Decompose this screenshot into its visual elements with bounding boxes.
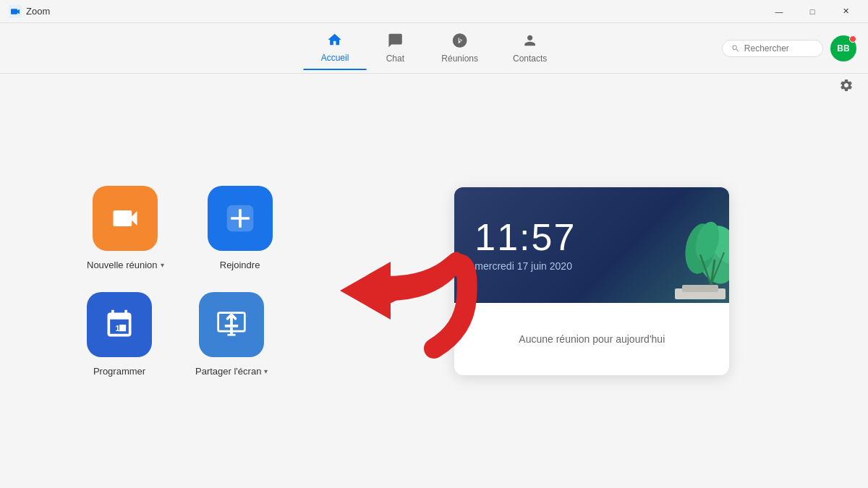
rejoindre-label: Rejoindre — [220, 260, 260, 270]
tab-accueil[interactable]: Accueil — [304, 26, 367, 70]
calendar-header: 11:57 mercredi 17 juin 2020 — [454, 187, 729, 303]
avatar-initials: BB — [837, 43, 849, 53]
right-panel: 11:57 mercredi 17 juin 2020 — [316, 74, 868, 488]
navbar: Accueil Chat Réunions — [0, 23, 868, 74]
rejoindre-button[interactable] — [208, 186, 273, 251]
title-bar: Zoom — □ ✕ — [0, 0, 868, 23]
home-icon — [327, 32, 343, 50]
svg-rect-7 — [230, 327, 233, 333]
window-controls: — □ ✕ — [762, 0, 862, 23]
chat-icon — [387, 33, 403, 51]
avatar-badge — [849, 35, 856, 43]
partager-ecran-item: Partager l'écran ▾ — [195, 292, 268, 377]
svg-rect-6 — [228, 333, 236, 335]
tab-reunions[interactable]: Réunions — [424, 26, 495, 70]
nav-right: BB — [722, 35, 856, 61]
tab-contacts-label: Contacts — [513, 53, 547, 64]
rejoindre-item: Rejoindre — [208, 186, 273, 270]
svg-rect-5 — [225, 325, 238, 328]
close-button[interactable]: ✕ — [829, 0, 862, 23]
app-logo: Zoom — [9, 5, 50, 18]
minimize-button[interactable]: — — [762, 0, 796, 23]
contacts-icon — [522, 33, 538, 51]
search-icon — [731, 43, 740, 53]
action-row-2: 19 Programmer — [87, 292, 268, 377]
partager-ecran-button[interactable] — [199, 292, 264, 357]
zoom-icon — [9, 5, 22, 18]
camera-icon — [109, 202, 141, 234]
tab-chat-label: Chat — [386, 53, 404, 64]
svg-rect-11 — [682, 285, 718, 292]
app-title: Zoom — [26, 6, 50, 17]
tab-contacts[interactable]: Contacts — [495, 26, 564, 70]
tab-reunions-label: Réunions — [441, 53, 478, 64]
search-input[interactable] — [744, 43, 814, 53]
action-row-1: Nouvelle réunion ▾ Rejoindre — [87, 186, 273, 270]
calendar-icon: 19 — [103, 309, 135, 341]
tab-accueil-label: Accueil — [321, 53, 349, 63]
caret-icon: ▾ — [161, 261, 164, 269]
programmer-label: Programmer — [93, 366, 145, 377]
programmer-item: 19 Programmer — [87, 292, 152, 377]
reunions-icon — [452, 33, 468, 51]
avatar[interactable]: BB — [830, 35, 856, 61]
partager-ecran-label: Partager l'écran ▾ — [195, 366, 268, 377]
main-content: Nouvelle réunion ▾ Rejoindre — [0, 74, 868, 488]
nouvelle-reunion-button[interactable] — [93, 186, 158, 251]
search-box[interactable] — [722, 40, 823, 57]
left-panel: Nouvelle réunion ▾ Rejoindre — [0, 74, 316, 488]
nouvelle-reunion-label: Nouvelle réunion ▾ — [87, 260, 164, 270]
maximize-button[interactable]: □ — [796, 0, 829, 23]
calendar-card: 11:57 mercredi 17 juin 2020 — [454, 187, 729, 375]
plus-icon — [224, 202, 256, 234]
nav-tabs: Accueil Chat Réunions — [304, 26, 565, 70]
svg-text:19: 19 — [116, 324, 124, 333]
tab-chat[interactable]: Chat — [366, 26, 424, 70]
plant-decoration — [639, 205, 729, 303]
partager-caret-icon: ▾ — [264, 367, 268, 375]
nouvelle-reunion-item: Nouvelle réunion ▾ — [87, 186, 164, 270]
programmer-button[interactable]: 19 — [87, 292, 152, 357]
no-meeting-text: Aucune réunion pour aujourd'hui — [519, 333, 665, 345]
share-icon — [216, 309, 247, 341]
calendar-body: Aucune réunion pour aujourd'hui — [454, 303, 729, 375]
